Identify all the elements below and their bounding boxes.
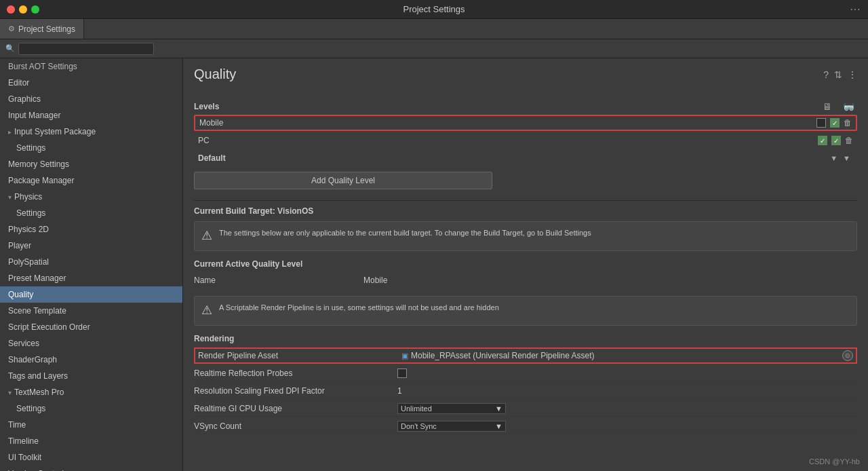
help-icon[interactable]: ? — [823, 69, 829, 80]
realtime-gi-label: Realtime GI CPU Usage — [194, 404, 397, 413]
search-bar: 🔍 — [0, 39, 868, 58]
search-input[interactable] — [18, 43, 154, 55]
checkbox-mobile-left[interactable] — [816, 118, 826, 128]
realtime-gi-value: Unlimited ▼ — [397, 403, 857, 414]
name-field-value: Mobile — [363, 276, 857, 285]
sidebar-item-tags-and-layers[interactable]: Tags and Layers — [0, 368, 182, 384]
build-target-section: Current Build Target: VisionOS ⚠ The set… — [194, 206, 857, 251]
dropdown-right-arrow[interactable]: ▼ — [843, 154, 850, 162]
close-button[interactable] — [7, 5, 15, 14]
sidebar-item-physics-2d[interactable]: Physics 2D — [0, 221, 182, 238]
sidebar-item-input-manager[interactable]: Input Manager — [0, 107, 182, 124]
search-icon: 🔍 — [5, 44, 15, 53]
active-quality-label: Current Active Quality Level — [194, 259, 857, 269]
level-controls-mobile: ✓ 🗑 — [816, 118, 852, 128]
sidebar-item-physics-settings[interactable]: Settings — [0, 205, 182, 221]
dropdown-left-arrow[interactable]: ▼ — [830, 154, 837, 162]
sidebar-item-services[interactable]: Services — [0, 335, 182, 352]
project-settings-tab[interactable]: ⚙ Project Settings — [0, 19, 84, 39]
sidebar-item-package-manager[interactable]: Package Manager — [0, 172, 182, 189]
sidebar-item-input-system-settings[interactable]: Settings — [0, 140, 182, 156]
sidebar-item-input-system-package[interactable]: ▸Input System Package — [0, 124, 182, 140]
build-target-info-box: ⚠ The settings below are only applicable… — [194, 221, 857, 251]
sidebar-item-player[interactable]: Player — [0, 238, 182, 254]
sidebar-item-time[interactable]: Time — [0, 417, 182, 433]
platform-icons: 🖥 🥽 — [823, 101, 854, 112]
tab-bar: ⚙ Project Settings — [0, 19, 868, 39]
sidebar-item-script-execution-order[interactable]: Script Execution Order — [0, 319, 182, 335]
sidebar-item-preset-manager[interactable]: Preset Manager — [0, 270, 182, 286]
sidebar-item-textmesh-settings[interactable]: Settings — [0, 400, 182, 417]
default-row: Default ▼ ▼ — [194, 150, 857, 166]
trash-mobile-icon[interactable]: 🗑 — [844, 118, 852, 128]
render-pipeline-asset-row: Render Pipeline Asset ▣ Mobile_RPAsset (… — [194, 347, 857, 364]
sidebar-item-physics[interactable]: ▾Physics — [0, 189, 182, 205]
sidebar-item-version-control[interactable]: Version Control — [0, 466, 182, 471]
vsync-value: Don't Sync ▼ — [397, 421, 857, 432]
level-name-pc: PC — [198, 136, 818, 145]
resolution-scaling-value: 1 — [397, 386, 857, 396]
build-target-label: Current Build Target: VisionOS — [194, 206, 857, 216]
level-controls-pc: ✓ ✓ 🗑 — [818, 136, 853, 145]
page-title: Quality — [194, 67, 236, 82]
realtime-gi-row: Realtime GI CPU Usage Unlimited ▼ — [194, 400, 857, 417]
checkbox-pc-right[interactable]: ✓ — [831, 136, 841, 145]
rendering-section: Rendering Render Pipeline Asset ▣ Mobile… — [194, 334, 857, 434]
sidebar-item-ui-toolkit[interactable]: UI Toolkit — [0, 449, 182, 466]
dropdown-arrow-icon: ▼ — [495, 404, 502, 413]
rendering-label: Rendering — [194, 334, 857, 343]
scriptable-pipeline-info-box: ⚠ A Scriptable Render Pipeline is in use… — [194, 296, 857, 326]
resolution-scaling-label: Resolution Scaling Fixed DPI Factor — [194, 386, 397, 396]
vsync-dropdown-value: Don't Sync — [401, 422, 437, 430]
resolution-scaling-row: Resolution Scaling Fixed DPI Factor 1 — [194, 383, 857, 399]
sidebar-item-timeline[interactable]: Timeline — [0, 433, 182, 449]
checkbox-pc-left[interactable]: ✓ — [818, 136, 827, 145]
content-area: Quality ? ⇅ ⋮ Levels 🖥 🥽 Mobile — [183, 58, 868, 471]
window-controls — [7, 5, 39, 14]
menu-dots[interactable]: ⋯ — [850, 3, 861, 16]
sidebar-item-editor[interactable]: Editor — [0, 75, 182, 91]
build-target-info-text: The settings below are only applicable t… — [219, 227, 591, 239]
render-pipeline-value: ▣ Mobile_RPAsset (Universal Render Pipel… — [401, 350, 853, 361]
sidebar-item-shadergraph[interactable]: ShaderGraph — [0, 352, 182, 368]
level-row-pc[interactable]: PC ✓ ✓ 🗑 — [194, 132, 857, 149]
dropdown-arrow-icon-2: ▼ — [495, 422, 502, 430]
vsync-dropdown[interactable]: Don't Sync ▼ — [397, 421, 506, 432]
realtime-reflection-value — [397, 369, 857, 378]
realtime-gi-dropdown-value: Unlimited — [401, 404, 432, 413]
realtime-gi-dropdown[interactable]: Unlimited ▼ — [397, 403, 506, 414]
main-layout: Burst AOT Settings Editor Graphics Input… — [0, 58, 868, 471]
minimize-button[interactable] — [19, 5, 27, 14]
sidebar-item-polyspatial[interactable]: PolySpatial — [0, 254, 182, 270]
sidebar-item-textmesh-pro[interactable]: ▾TextMesh Pro — [0, 384, 182, 400]
resolution-scaling-text: 1 — [397, 386, 402, 396]
warning-icon: ⚠ — [201, 227, 212, 245]
levels-section: Levels 🖥 🥽 Mobile ✓ 🗑 PC ✓ — [194, 101, 857, 189]
monitor-icon: 🖥 — [823, 101, 832, 112]
render-pipeline-label: Render Pipeline Asset — [198, 351, 401, 360]
levels-header: Levels 🖥 🥽 — [194, 101, 857, 112]
realtime-reflection-checkbox[interactable] — [397, 369, 407, 378]
maximize-button[interactable] — [31, 5, 39, 14]
arrow-icon: ▸ — [8, 128, 12, 136]
asset-icon: ▣ — [401, 352, 408, 360]
checkbox-mobile-right[interactable]: ✓ — [830, 118, 840, 128]
vsync-label: VSync Count — [194, 421, 397, 431]
active-quality-section: Current Active Quality Level Name Mobile — [194, 259, 857, 288]
realtime-reflection-label: Realtime Reflection Probes — [194, 369, 397, 378]
level-row-mobile[interactable]: Mobile ✓ 🗑 — [194, 115, 857, 131]
window-title: Project Settings — [403, 4, 465, 14]
sidebar-item-scene-template[interactable]: Scene Template — [0, 303, 182, 319]
add-quality-level-button[interactable]: Add Quality Level — [194, 172, 492, 189]
sidebar-item-quality[interactable]: Quality — [0, 286, 182, 303]
asset-picker-button[interactable]: ⊙ — [842, 350, 853, 361]
scriptable-pipeline-text: A Scriptable Render Pipeline is in use, … — [219, 302, 499, 314]
layout-icon[interactable]: ⇅ — [834, 69, 842, 80]
sidebar-item-memory-settings[interactable]: Memory Settings — [0, 156, 182, 172]
more-icon[interactable]: ⋮ — [848, 69, 857, 80]
sidebar-item-graphics[interactable]: Graphics — [0, 91, 182, 107]
sidebar-item-burst-aot[interactable]: Burst AOT Settings — [0, 58, 182, 75]
realtime-reflection-row: Realtime Reflection Probes — [194, 365, 857, 381]
trash-pc-icon[interactable]: 🗑 — [845, 136, 853, 145]
warning-icon-2: ⚠ — [201, 301, 212, 320]
